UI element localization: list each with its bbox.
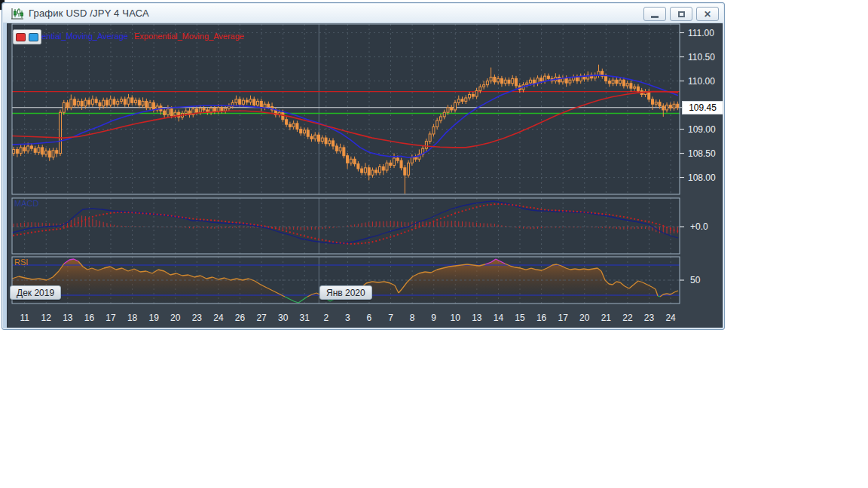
macd-signal-dot <box>583 212 585 213</box>
macd-signal-dot <box>458 212 460 213</box>
macd-signal-dot <box>361 242 362 244</box>
macd-signal-dot <box>591 212 592 214</box>
macd-signal-dot <box>519 205 521 206</box>
chart-canvas[interactable]: 1112131617181920232426273031236789101314… <box>0 0 868 488</box>
x-axis-label: 7 <box>388 313 393 323</box>
macd-signal-dot <box>422 225 423 227</box>
macd-signal-dot <box>343 242 344 244</box>
macd-signal-dot <box>110 212 112 214</box>
macd-signal-dot <box>447 215 448 217</box>
rsi-50-axis-label: 50 <box>690 275 700 285</box>
macd-signal-dot <box>35 231 36 233</box>
macd-signal-dot <box>508 204 509 206</box>
macd-signal-dot <box>641 220 643 221</box>
price-axis-label: 109.00 <box>688 124 716 135</box>
macd-signal-dot <box>634 218 635 220</box>
macd-zero-axis-label: +0.0 <box>690 221 708 232</box>
macd-signal-dot <box>96 215 97 216</box>
indicator-legend: Exponential_Moving_Average Exponential_M… <box>18 32 244 41</box>
macd-signal-dot <box>512 204 513 206</box>
macd-signal-dot <box>246 223 248 224</box>
x-axis-label: 17 <box>558 313 569 323</box>
macd-signal-dot <box>386 237 387 239</box>
macd-signal-dot <box>336 242 338 243</box>
macd-signal-dot <box>210 219 212 221</box>
macd-signal-dot <box>99 214 100 215</box>
macd-signal-dot <box>41 230 43 231</box>
macd-signal-dot <box>160 214 161 215</box>
x-axis-label: 13 <box>472 313 482 323</box>
macd-signal-dot <box>400 233 402 234</box>
macd-signal-dot <box>203 219 204 221</box>
macd-signal-dot <box>124 212 126 213</box>
macd-signal-dot <box>113 212 115 213</box>
indicator-red-button[interactable] <box>16 33 26 41</box>
x-axis-label: 30 <box>278 313 289 323</box>
macd-signal-dot <box>350 243 352 245</box>
x-axis-label: 10 <box>451 313 461 323</box>
macd-signal-dot <box>536 208 538 209</box>
macd-signal-dot <box>102 213 104 215</box>
macd-signal-dot <box>491 204 492 206</box>
macd-signal-dot <box>652 221 653 223</box>
macd-signal-dot <box>408 230 409 231</box>
macd-signal-dot <box>206 219 208 221</box>
macd-signal-dot <box>562 210 564 212</box>
x-axis-label: 24 <box>213 313 224 323</box>
x-axis-label: 31 <box>300 313 310 323</box>
macd-signal-dot <box>587 212 588 213</box>
macd-signal-dot <box>253 224 255 225</box>
macd-signal-dot <box>275 227 277 229</box>
macd-signal-dot <box>544 209 546 210</box>
macd-signal-dot <box>383 238 384 239</box>
macd-signal-dot <box>196 218 197 220</box>
macd-signal-dot <box>56 228 57 230</box>
month-button-dec-2019[interactable]: Дек 2019 <box>10 285 61 300</box>
x-axis-label: 11 <box>20 313 29 323</box>
x-axis-label: 24 <box>665 313 676 323</box>
macd-signal-dot <box>332 241 334 242</box>
macd-signal-dot <box>88 218 90 219</box>
macd-signal-dot <box>121 212 122 213</box>
price-axis-label: 110.50 <box>688 52 715 63</box>
macd-signal-dot <box>145 213 147 215</box>
macd-signal-dot <box>411 229 413 230</box>
macd-signal-dot <box>63 227 65 229</box>
x-axis-label: 14 <box>494 313 504 323</box>
macd-signal-dot <box>17 234 18 236</box>
macd-signal-dot <box>573 211 574 212</box>
macd-signal-dot <box>379 239 381 241</box>
macd-signal-dot <box>494 203 495 205</box>
macd-signal-dot <box>552 209 553 211</box>
macd-signal-dot <box>135 212 136 214</box>
macd-signal-dot <box>569 210 570 212</box>
macd-signal-dot <box>487 204 488 206</box>
macd-signal-dot <box>261 224 262 226</box>
macd-signal-dot <box>117 212 118 213</box>
macd-signal-dot <box>566 210 567 212</box>
macd-signal-dot <box>23 233 25 234</box>
indicator-blue-button[interactable] <box>29 33 38 41</box>
macd-signal-dot <box>444 216 445 218</box>
macd-signal-dot <box>673 230 674 231</box>
macd-signal-dot <box>178 216 179 218</box>
macd-signal-dot <box>440 218 442 219</box>
current-price-badge: 109.45 <box>682 101 723 114</box>
macd-signal-dot <box>84 219 86 221</box>
macd-signal-dot <box>555 209 556 211</box>
x-axis-label: 16 <box>536 313 547 323</box>
macd-signal-dot <box>601 213 603 215</box>
macd-signal-dot <box>174 215 176 217</box>
macd-signal-dot <box>656 223 657 224</box>
macd-signal-dot <box>225 221 226 222</box>
macd-signal-dot <box>461 210 463 212</box>
macd-signal-dot <box>27 232 29 233</box>
macd-signal-dot <box>415 227 417 229</box>
x-axis-label: 23 <box>192 313 203 323</box>
macd-signal-dot <box>74 224 75 225</box>
macd-signal-dot <box>612 215 613 216</box>
x-axis-label: 2 <box>323 313 329 323</box>
x-axis-label: 21 <box>601 313 612 323</box>
macd-signal-dot <box>501 203 503 205</box>
month-button-jan-2020[interactable]: Янв 2020 <box>319 285 372 300</box>
